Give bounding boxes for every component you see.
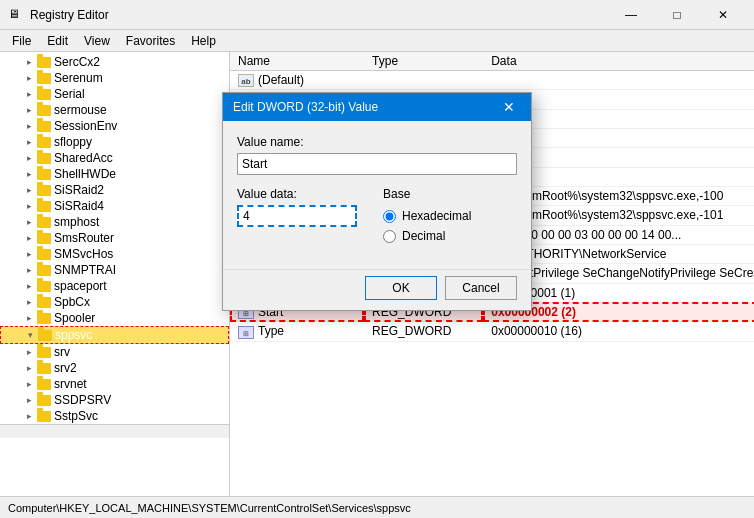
tree-item[interactable]: ▸srv2 — [0, 360, 229, 376]
table-row[interactable]: ⊞TypeREG_DWORD0x00000010 (16) — [230, 322, 754, 341]
maximize-button[interactable]: □ — [654, 0, 700, 30]
folder-icon — [36, 361, 52, 375]
tree-expand-icon[interactable]: ▸ — [22, 361, 36, 375]
tree-expand-icon[interactable]: ▸ — [22, 55, 36, 69]
tree-panel[interactable]: ▸SercCx2▸Serenum▸Serial▸sermouse▸Session… — [0, 52, 230, 496]
cell-name-text: Type — [258, 324, 284, 338]
tree-item[interactable]: ▸SMSvcHos — [0, 246, 229, 262]
tree-expand-icon[interactable]: ▸ — [22, 231, 36, 245]
tree-expand-icon[interactable]: ▸ — [22, 151, 36, 165]
tree-expand-icon[interactable]: ▸ — [22, 247, 36, 261]
tree-item[interactable]: ▸sermouse — [0, 102, 229, 118]
tree-expand-icon[interactable]: ▸ — [22, 295, 36, 309]
dialog-body: Value name: Value data: Base Hexadecimal… — [223, 121, 531, 269]
tree-expand-icon[interactable]: ▾ — [23, 328, 37, 342]
tree-item[interactable]: ▸spaceport — [0, 278, 229, 294]
tree-expand-icon[interactable]: ▸ — [22, 409, 36, 423]
tree-item[interactable]: ▸SmsRouter — [0, 230, 229, 246]
tree-expand-icon[interactable]: ▸ — [22, 377, 36, 391]
decimal-radio[interactable] — [383, 230, 396, 243]
tree-item-label: spaceport — [54, 279, 107, 293]
tree-item[interactable]: ▸SercCx2 — [0, 54, 229, 70]
folder-icon — [36, 167, 52, 181]
value-name-input[interactable] — [237, 153, 517, 175]
tree-expand-icon[interactable]: ▸ — [22, 103, 36, 117]
tree-expand-icon[interactable]: ▸ — [22, 135, 36, 149]
menu-item-favorites[interactable]: Favorites — [118, 32, 183, 50]
tree-expand-icon[interactable]: ▸ — [22, 71, 36, 85]
tree-item[interactable]: ▸sfloppy — [0, 134, 229, 150]
tree-expand-icon[interactable]: ▸ — [22, 393, 36, 407]
base-label: Base — [383, 187, 517, 201]
cell-type: REG_DWORD — [364, 322, 483, 341]
tree-item-label: sermouse — [54, 103, 107, 117]
tree-item-label: srv2 — [54, 361, 77, 375]
tree-expand-icon[interactable]: ▸ — [22, 87, 36, 101]
tree-item-label: smphost — [54, 215, 99, 229]
tree-item[interactable]: ▸SNMPTRAI — [0, 262, 229, 278]
cell-name: ⊞Type — [230, 322, 364, 341]
tree-expand-icon[interactable]: ▸ — [22, 279, 36, 293]
table-row[interactable]: ab(Default) — [230, 71, 754, 90]
tree-item[interactable]: ▸SessionEnv — [0, 118, 229, 134]
tree-item[interactable]: ▸SharedAcc — [0, 150, 229, 166]
folder-icon — [36, 311, 52, 325]
folder-icon — [36, 151, 52, 165]
title-bar: 🖥 Registry Editor — □ ✕ — [0, 0, 754, 30]
dialog-title-bar: Edit DWORD (32-bit) Value ✕ — [223, 93, 531, 121]
app-icon: 🖥 — [8, 7, 24, 23]
value-data-input[interactable] — [237, 205, 357, 227]
tree-item[interactable]: ▸srv — [0, 344, 229, 360]
menu-item-view[interactable]: View — [76, 32, 118, 50]
tree-item[interactable]: ▸smphost — [0, 214, 229, 230]
tree-expand-icon[interactable]: ▸ — [22, 345, 36, 359]
folder-icon — [36, 247, 52, 261]
tree-item[interactable]: ▸Spooler — [0, 310, 229, 326]
tree-expand-icon[interactable]: ▸ — [22, 311, 36, 325]
tree-item[interactable]: ▸SstpSvc — [0, 408, 229, 424]
tree-scrollbar[interactable] — [0, 424, 229, 438]
dialog-close-button[interactable]: ✕ — [497, 95, 521, 119]
tree-item-label: srvnet — [54, 377, 87, 391]
edit-dword-dialog: Edit DWORD (32-bit) Value ✕ Value name: … — [222, 92, 532, 311]
minimize-button[interactable]: — — [608, 0, 654, 30]
tree-expand-icon[interactable]: ▸ — [22, 183, 36, 197]
ok-button[interactable]: OK — [365, 276, 437, 300]
tree-item-label: SMSvcHos — [54, 247, 113, 261]
tree-item[interactable]: ▸srvnet — [0, 376, 229, 392]
tree-item[interactable]: ▸SiSRaid4 — [0, 198, 229, 214]
tree-item-label: ShellHWDe — [54, 167, 116, 181]
cancel-button[interactable]: Cancel — [445, 276, 517, 300]
tree-item[interactable]: ▾sppsvc — [0, 326, 229, 344]
tree-item-label: Spooler — [54, 311, 95, 325]
tree-item-label: SmsRouter — [54, 231, 114, 245]
decimal-radio-row: Decimal — [383, 229, 517, 243]
base-col: Base Hexadecimal Decimal — [383, 187, 517, 249]
menu-item-edit[interactable]: Edit — [39, 32, 76, 50]
menu-item-file[interactable]: File — [4, 32, 39, 50]
tree-item[interactable]: ▸SiSRaid2 — [0, 182, 229, 198]
col-name: Name — [230, 52, 364, 71]
cell-data — [483, 71, 754, 90]
tree-item[interactable]: ▸Serial — [0, 86, 229, 102]
dialog-title: Edit DWORD (32-bit) Value — [233, 100, 497, 114]
folder-icon — [36, 409, 52, 423]
tree-expand-icon[interactable]: ▸ — [22, 167, 36, 181]
close-button[interactable]: ✕ — [700, 0, 746, 30]
tree-item[interactable]: ▸Serenum — [0, 70, 229, 86]
tree-item[interactable]: ▸SpbCx — [0, 294, 229, 310]
tree-expand-icon[interactable]: ▸ — [22, 215, 36, 229]
tree-expand-icon[interactable]: ▸ — [22, 199, 36, 213]
tree-expand-icon[interactable]: ▸ — [22, 119, 36, 133]
folder-icon — [36, 231, 52, 245]
tree-expand-icon[interactable]: ▸ — [22, 263, 36, 277]
hexadecimal-radio[interactable] — [383, 210, 396, 223]
folder-icon — [36, 71, 52, 85]
tree-item[interactable]: ▸SSDPSRV — [0, 392, 229, 408]
menu-item-help[interactable]: Help — [183, 32, 224, 50]
hexadecimal-label: Hexadecimal — [402, 209, 471, 223]
tree-item-label: SessionEnv — [54, 119, 117, 133]
folder-icon — [36, 119, 52, 133]
menu-bar: FileEditViewFavoritesHelp — [0, 30, 754, 52]
tree-item[interactable]: ▸ShellHWDe — [0, 166, 229, 182]
